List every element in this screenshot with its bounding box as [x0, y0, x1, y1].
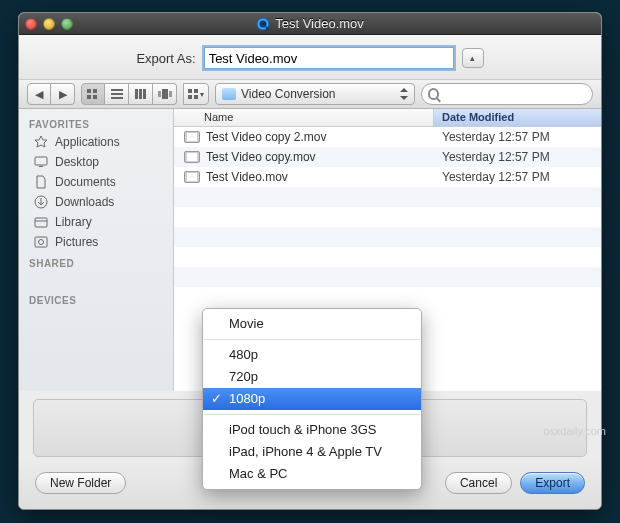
svg-rect-2 — [87, 89, 91, 93]
nav-back-forward: ◀ ▶ — [27, 83, 75, 105]
svg-point-24 — [39, 240, 44, 245]
file-row — [174, 247, 601, 267]
titlebar: Test Video.mov — [19, 13, 601, 35]
svg-rect-17 — [188, 95, 192, 99]
svg-rect-9 — [135, 89, 138, 99]
view-icon-button[interactable] — [81, 83, 105, 105]
folder-icon — [222, 88, 236, 100]
svg-rect-18 — [194, 95, 198, 99]
nav-forward-button[interactable]: ▶ — [51, 83, 75, 105]
format-option-480p[interactable]: 480p — [203, 344, 421, 366]
column-name-header[interactable]: Name — [174, 109, 434, 126]
browser-toolbar: ◀ ▶ ▾ Video Conversion — [19, 79, 601, 109]
svg-rect-5 — [93, 95, 97, 99]
window-title: Test Video.mov — [19, 16, 601, 31]
file-row — [174, 287, 601, 307]
format-option-macpc[interactable]: Mac & PC — [203, 463, 421, 485]
sidebar-item-documents[interactable]: Documents — [19, 172, 173, 192]
format-popup-menu: Movie 480p 720p ✓1080p iPod touch & iPho… — [202, 308, 422, 490]
movie-file-icon — [184, 171, 200, 183]
view-column-button[interactable] — [129, 83, 153, 105]
column-date-header[interactable]: Date Modified — [434, 109, 601, 126]
movie-file-icon — [184, 151, 200, 163]
file-row[interactable]: Test Video copy 2.mov Yesterday 12:57 PM — [174, 127, 601, 147]
file-row — [174, 207, 601, 227]
sidebar-item-downloads[interactable]: Downloads — [19, 192, 173, 212]
svg-rect-4 — [87, 95, 91, 99]
svg-rect-10 — [139, 89, 142, 99]
location-label: Video Conversion — [241, 87, 336, 101]
menu-separator — [204, 414, 420, 415]
svg-rect-20 — [39, 166, 43, 167]
sidebar-item-desktop[interactable]: Desktop — [19, 152, 173, 172]
svg-rect-11 — [143, 89, 146, 99]
export-filename-input[interactable] — [204, 47, 454, 69]
group-arrange-segmented: ▾ — [183, 83, 209, 105]
svg-rect-16 — [194, 89, 198, 93]
desktop-icon — [33, 155, 49, 169]
svg-point-1 — [260, 20, 267, 27]
view-list-button[interactable] — [105, 83, 129, 105]
svg-rect-22 — [35, 218, 47, 227]
svg-rect-15 — [188, 89, 192, 93]
search-field[interactable] — [421, 83, 593, 105]
view-mode-segmented — [81, 83, 177, 105]
svg-rect-23 — [35, 237, 47, 247]
svg-rect-6 — [111, 89, 123, 91]
quicktime-icon — [256, 17, 270, 31]
format-option-movie[interactable]: Movie — [203, 313, 421, 335]
search-icon — [428, 88, 439, 100]
nav-back-button[interactable]: ◀ — [27, 83, 51, 105]
library-icon — [33, 215, 49, 229]
file-row[interactable]: Test Video.mov Yesterday 12:57 PM — [174, 167, 601, 187]
window-title-text: Test Video.mov — [275, 16, 364, 31]
location-popup[interactable]: Video Conversion — [215, 83, 415, 105]
svg-rect-13 — [162, 89, 168, 99]
sidebar-header-shared: SHARED — [19, 252, 173, 271]
format-option-ipad[interactable]: iPad, iPhone 4 & Apple TV — [203, 441, 421, 463]
svg-rect-7 — [111, 93, 123, 95]
sidebar-header-favorites: FAVORITES — [19, 113, 173, 132]
column-headers: Name Date Modified — [174, 109, 601, 127]
watermark: osxdaily.com — [543, 425, 606, 437]
file-row[interactable]: Test Video copy.mov Yesterday 12:57 PM — [174, 147, 601, 167]
applications-icon — [33, 135, 49, 149]
sidebar-item-pictures[interactable]: Pictures — [19, 232, 173, 252]
export-as-row: Export As: ▴ — [19, 35, 601, 79]
menu-separator — [204, 339, 420, 340]
downloads-icon — [33, 195, 49, 209]
format-option-1080p[interactable]: ✓1080p — [203, 388, 421, 410]
export-as-label: Export As: — [136, 51, 195, 66]
expand-dialog-button[interactable]: ▴ — [462, 48, 484, 68]
export-button[interactable]: Export — [520, 472, 585, 494]
svg-rect-14 — [169, 91, 172, 97]
format-option-ipod[interactable]: iPod touch & iPhone 3GS — [203, 419, 421, 441]
sidebar-header-devices: DEVICES — [19, 289, 173, 308]
file-row — [174, 267, 601, 287]
group-button[interactable]: ▾ — [183, 83, 209, 105]
file-row — [174, 187, 601, 207]
pictures-icon — [33, 235, 49, 249]
svg-rect-12 — [158, 91, 161, 97]
svg-rect-8 — [111, 97, 123, 99]
new-folder-button[interactable]: New Folder — [35, 472, 126, 494]
svg-rect-19 — [35, 157, 47, 165]
cancel-button[interactable]: Cancel — [445, 472, 512, 494]
sidebar-item-library[interactable]: Library — [19, 212, 173, 232]
movie-file-icon — [184, 131, 200, 143]
documents-icon — [33, 175, 49, 189]
sidebar: FAVORITES Applications Desktop Documents… — [19, 109, 174, 391]
svg-rect-3 — [93, 89, 97, 93]
search-input[interactable] — [443, 87, 586, 101]
file-row — [174, 227, 601, 247]
checkmark-icon: ✓ — [211, 390, 222, 408]
view-coverflow-button[interactable] — [153, 83, 177, 105]
sidebar-item-applications[interactable]: Applications — [19, 132, 173, 152]
format-option-720p[interactable]: 720p — [203, 366, 421, 388]
